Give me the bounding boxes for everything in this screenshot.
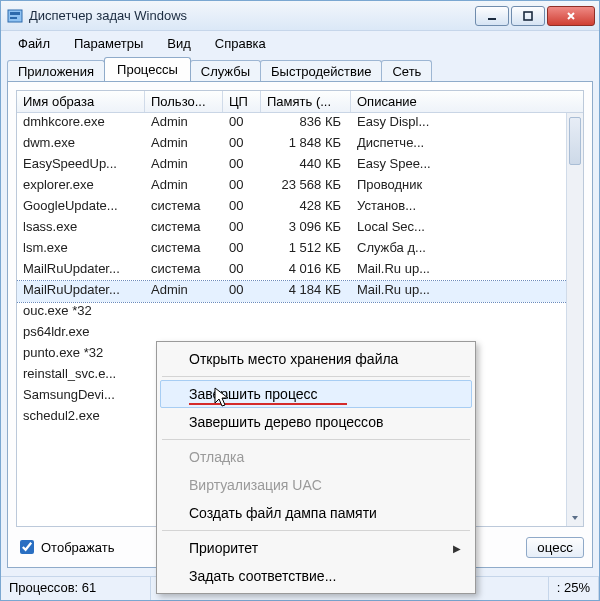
cell-desc: Mail.Ru up... — [351, 281, 461, 302]
app-icon — [7, 8, 23, 24]
table-row[interactable]: MailRuUpdater...система004 016 КБMail.Ru… — [17, 260, 583, 281]
menu-debug: Отладка — [160, 443, 472, 471]
cell-name: ps64ldr.exe — [17, 323, 145, 344]
menu-end-process[interactable]: Завершить процесс — [160, 380, 472, 408]
scroll-down-icon[interactable] — [567, 509, 583, 526]
table-row[interactable]: EasySpeedUp...Admin00440 КБEasy Spee... — [17, 155, 583, 176]
cell-cpu: 00 — [223, 113, 261, 134]
menu-file[interactable]: Файл — [7, 33, 61, 54]
menu-set-affinity[interactable]: Задать соответствие... — [160, 562, 472, 590]
window-title: Диспетчер задач Windows — [29, 8, 475, 23]
cell-name: reinstall_svc.e... — [17, 365, 145, 386]
cell-user: система — [145, 218, 223, 239]
menu-separator — [162, 376, 470, 377]
show-all-users-input[interactable] — [20, 540, 34, 554]
menu-view[interactable]: Вид — [156, 33, 202, 54]
cell-name: punto.exe *32 — [17, 344, 145, 365]
col-user[interactable]: Пользо... — [145, 91, 223, 112]
tab-processes[interactable]: Процессы — [104, 57, 191, 81]
cell-mem: 836 КБ — [261, 113, 351, 134]
cell-name: GoogleUpdate... — [17, 197, 145, 218]
column-headers: Имя образа Пользо... ЦП Память (... Опис… — [17, 91, 583, 113]
cell-user: система — [145, 260, 223, 281]
cell-name: explorer.exe — [17, 176, 145, 197]
col-cpu[interactable]: ЦП — [223, 91, 261, 112]
cell-user: система — [145, 239, 223, 260]
table-row[interactable]: ouc.exe *32 — [17, 302, 583, 323]
col-description[interactable]: Описание — [351, 91, 461, 112]
cell-cpu: 00 — [223, 239, 261, 260]
menu-priority-label: Приоритет — [189, 540, 258, 556]
svg-rect-3 — [524, 12, 532, 20]
cell-cpu: 00 — [223, 155, 261, 176]
table-row[interactable]: dmhkcore.exeAdmin00836 КБEasy Displ... — [17, 113, 583, 134]
cell-desc: Easy Displ... — [351, 113, 461, 134]
submenu-arrow-icon: ▶ — [453, 543, 461, 554]
svg-rect-0 — [8, 10, 22, 22]
cell-name: ouc.exe *32 — [17, 302, 145, 323]
cell-user: Admin — [145, 155, 223, 176]
status-cpu-usage: : 25% — [549, 577, 599, 600]
cell-mem — [261, 302, 351, 323]
cell-mem: 4 184 КБ — [261, 281, 351, 302]
cell-cpu: 00 — [223, 176, 261, 197]
close-button[interactable] — [547, 6, 595, 26]
tab-performance[interactable]: Быстродействие — [260, 60, 382, 82]
cell-name: MailRuUpdater... — [17, 281, 145, 302]
cell-desc: Local Sec... — [351, 218, 461, 239]
menu-priority[interactable]: Приоритет ▶ — [160, 534, 472, 562]
svg-rect-1 — [10, 12, 20, 15]
end-process-button[interactable]: оцесс — [526, 537, 584, 558]
cell-desc: Проводник — [351, 176, 461, 197]
menu-uac-virtualization: Виртуализация UAC — [160, 471, 472, 499]
tab-applications[interactable]: Приложения — [7, 60, 105, 82]
cell-user: Admin — [145, 113, 223, 134]
cell-mem: 428 КБ — [261, 197, 351, 218]
col-image-name[interactable]: Имя образа — [17, 91, 145, 112]
menu-separator — [162, 530, 470, 531]
cell-mem: 1 512 КБ — [261, 239, 351, 260]
cell-desc — [351, 302, 461, 323]
cell-name: SamsungDevi... — [17, 386, 145, 407]
cell-name: dmhkcore.exe — [17, 113, 145, 134]
tab-bar: Приложения Процессы Службы Быстродействи… — [1, 55, 599, 81]
menu-separator — [162, 439, 470, 440]
cell-cpu — [223, 302, 261, 323]
cell-mem: 23 568 КБ — [261, 176, 351, 197]
scrollbar-thumb[interactable] — [569, 117, 581, 165]
table-row[interactable]: dwm.exeAdmin001 848 КБДиспетче... — [17, 134, 583, 155]
cell-name: EasySpeedUp... — [17, 155, 145, 176]
cell-cpu: 00 — [223, 197, 261, 218]
cell-mem: 4 016 КБ — [261, 260, 351, 281]
cell-name: lsm.exe — [17, 239, 145, 260]
cell-name: schedul2.exe — [17, 407, 145, 428]
menu-options[interactable]: Параметры — [63, 33, 154, 54]
svg-rect-2 — [10, 17, 17, 19]
cell-cpu: 00 — [223, 260, 261, 281]
titlebar[interactable]: Диспетчер задач Windows — [1, 1, 599, 31]
annotation-underline — [189, 403, 347, 405]
menu-help[interactable]: Справка — [204, 33, 277, 54]
cell-name: lsass.exe — [17, 218, 145, 239]
menu-create-dump[interactable]: Создать файл дампа памяти — [160, 499, 472, 527]
maximize-button[interactable] — [511, 6, 545, 26]
minimize-button[interactable] — [475, 6, 509, 26]
table-row[interactable]: lsass.exeсистема003 096 КБLocal Sec... — [17, 218, 583, 239]
table-row[interactable]: MailRuUpdater...Admin004 184 КБMail.Ru u… — [17, 281, 583, 302]
col-memory[interactable]: Память (... — [261, 91, 351, 112]
cell-name: dwm.exe — [17, 134, 145, 155]
table-row[interactable]: explorer.exeAdmin0023 568 КБПроводник — [17, 176, 583, 197]
tab-network[interactable]: Сеть — [381, 60, 432, 82]
menu-bar: Файл Параметры Вид Справка — [1, 31, 599, 55]
vertical-scrollbar[interactable] — [566, 113, 583, 526]
cell-cpu: 00 — [223, 134, 261, 155]
menu-end-process-tree[interactable]: Завершить дерево процессов — [160, 408, 472, 436]
cell-user: Admin — [145, 134, 223, 155]
table-row[interactable]: GoogleUpdate...система00428 КБУстанов... — [17, 197, 583, 218]
process-context-menu: Открыть место хранения файла Завершить п… — [156, 341, 476, 594]
tab-services[interactable]: Службы — [190, 60, 261, 82]
menu-open-location[interactable]: Открыть место хранения файла — [160, 345, 472, 373]
menu-end-process-label: Завершить процесс — [189, 386, 318, 402]
show-all-users-checkbox[interactable]: Отображать — [16, 537, 114, 557]
table-row[interactable]: lsm.exeсистема001 512 КБСлужба д... — [17, 239, 583, 260]
